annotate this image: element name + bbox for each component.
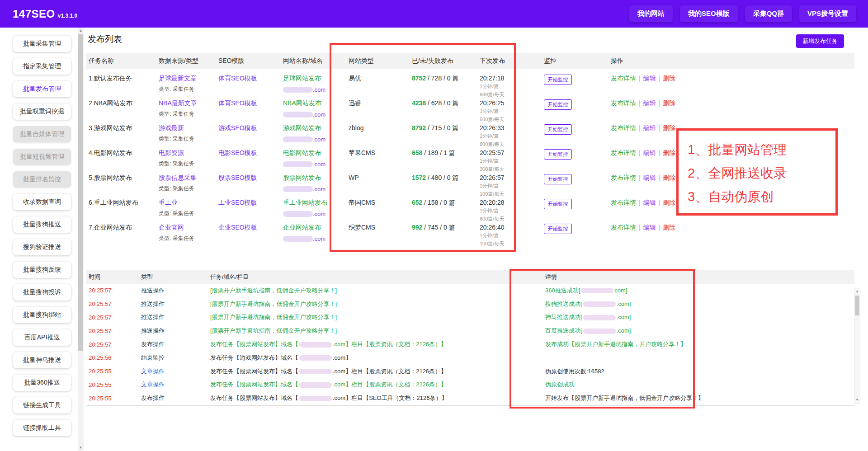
log-scrollbar[interactable]: ▲ ▼ bbox=[854, 288, 860, 404]
site-name: 股票网站发布 bbox=[283, 174, 321, 181]
sidebar-item-batch-publish[interactable]: 批量发布管理 bbox=[13, 81, 71, 97]
edit-link[interactable]: 编辑 bbox=[643, 75, 656, 82]
log-time: 20:25:57 bbox=[86, 287, 138, 294]
data-source-link[interactable]: 股票信息采集 bbox=[159, 174, 197, 181]
delete-link[interactable]: 删除 bbox=[663, 224, 675, 231]
data-source-link[interactable]: 重工业 bbox=[159, 199, 178, 206]
log-type: 推送操作 bbox=[138, 300, 208, 308]
data-source-link[interactable]: 游戏最新 bbox=[159, 124, 184, 132]
redacted-domain bbox=[583, 301, 616, 307]
log-time: 20:25:55 bbox=[86, 381, 138, 388]
scroll-down-icon[interactable]: ▼ bbox=[854, 397, 860, 403]
publish-detail-link[interactable]: 发布详情 bbox=[611, 174, 636, 181]
nav-vps-dial-settings[interactable]: VPS拨号设置 bbox=[799, 5, 856, 22]
start-monitor-button[interactable]: 开始监控 bbox=[544, 124, 572, 135]
sidebar-item-sogou-feedback[interactable]: 批量搜狗反馈 bbox=[13, 262, 71, 278]
publish-detail-link[interactable]: 发布详情 bbox=[611, 75, 636, 82]
sidebar-item-link-fetch[interactable]: 链接抓取工具 bbox=[13, 420, 71, 436]
publish-rate: 1分钟/篇 bbox=[480, 158, 538, 164]
log-row: 20:25:57 推送操作 [股票开户新手避坑指南，低佣金开户攻略分享！] 搜狗… bbox=[86, 297, 854, 311]
add-publish-task-button[interactable]: 新增发布任务 bbox=[796, 34, 844, 48]
site-name: NBA网站发布 bbox=[283, 99, 321, 107]
seo-template-link[interactable]: 电影SEO模板 bbox=[218, 149, 257, 156]
sidebar-item-keyword-mining[interactable]: 批量权重词挖掘 bbox=[13, 103, 71, 120]
publish-detail-link[interactable]: 发布详情 bbox=[611, 99, 636, 107]
next-publish-time: 20:26:40 bbox=[480, 224, 505, 231]
start-monitor-button[interactable]: 开始监控 bbox=[544, 199, 572, 209]
redacted-domain bbox=[299, 342, 332, 348]
publish-detail-link[interactable]: 发布详情 bbox=[611, 124, 636, 132]
log-task: 发布任务【游戏网站发布】域名【.com】 bbox=[208, 354, 542, 362]
edit-link[interactable]: 编辑 bbox=[643, 124, 656, 132]
scrollbar-thumb[interactable] bbox=[78, 34, 83, 351]
delete-link[interactable]: 删除 bbox=[663, 174, 675, 181]
edit-link[interactable]: 编辑 bbox=[643, 224, 656, 231]
publish-detail-link[interactable]: 发布详情 bbox=[611, 224, 636, 231]
sidebar-item-assigned-collect[interactable]: 指定采集管理 bbox=[13, 58, 71, 75]
sidebar-scrollbar[interactable]: ▲ ▼ bbox=[78, 28, 84, 451]
domain-suffix: .com bbox=[313, 161, 326, 168]
seo-template-link[interactable]: 企业SEO模板 bbox=[218, 224, 257, 231]
nav-my-seo-templates[interactable]: 我的SEO模版 bbox=[680, 5, 738, 22]
sidebar-item-sogou-verify-push[interactable]: 搜狗验证推送 bbox=[13, 239, 71, 255]
start-monitor-button[interactable]: 开始监控 bbox=[544, 75, 572, 85]
seo-template-link[interactable]: 股票SEO模版 bbox=[218, 174, 257, 181]
sidebar-item-index-query[interactable]: 收录数据查询 bbox=[13, 194, 71, 210]
sidebar-item-sogou-push[interactable]: 批量搜狗推送 bbox=[13, 216, 71, 233]
scrollbar-thumb[interactable] bbox=[855, 296, 859, 315]
edit-link[interactable]: 编辑 bbox=[643, 99, 656, 107]
sidebar-item-batch-collect[interactable]: 批量采集管理 bbox=[13, 36, 71, 52]
data-source-link[interactable]: NBA最新文章 bbox=[159, 99, 197, 107]
start-monitor-button[interactable]: 开始监控 bbox=[544, 149, 572, 160]
sidebar-item-rank-monitor[interactable]: 批量排名监控 bbox=[13, 171, 71, 188]
log-detail: 神马推送成功[.com] bbox=[542, 313, 854, 321]
delete-link[interactable]: 删除 bbox=[663, 99, 675, 107]
seo-template-link[interactable]: 体育SEO模板 bbox=[218, 75, 257, 82]
log-detail: 伪原创使用次数:16582 bbox=[542, 367, 854, 376]
data-source-link[interactable]: 电影资源 bbox=[159, 149, 184, 156]
data-source-link[interactable]: 企业官网 bbox=[159, 224, 184, 231]
seo-template-link[interactable]: 游戏SEO模板 bbox=[218, 124, 257, 132]
scroll-down-icon[interactable]: ▼ bbox=[78, 445, 84, 451]
publish-rate: 1分钟/篇 bbox=[480, 232, 538, 239]
table-row: 7.企业网站发布 企业官网类型: 采集任务 企业SEO模板 企业网站发布.com… bbox=[86, 218, 854, 243]
sidebar-item-link-generate[interactable]: 链接生成工具 bbox=[13, 397, 71, 413]
start-monitor-button[interactable]: 开始监控 bbox=[544, 174, 572, 184]
nav-my-websites[interactable]: 我的网站 bbox=[629, 5, 673, 22]
scroll-up-icon[interactable]: ▲ bbox=[78, 28, 84, 34]
data-source-link[interactable]: 足球最新文章 bbox=[159, 75, 197, 82]
log-task: 发布任务【股票网站发布】域名【.com】栏目【SEO工具（文档：2126条）】 bbox=[208, 394, 542, 402]
col-site-type: 网站类型 bbox=[346, 57, 409, 65]
sidebar-item-360-push[interactable]: 批量360推送 bbox=[13, 375, 71, 391]
edit-link[interactable]: 编辑 bbox=[643, 174, 656, 181]
next-publish-time: 20:25:57 bbox=[480, 149, 505, 156]
scroll-up-icon[interactable]: ▲ bbox=[854, 288, 860, 295]
publish-detail-link[interactable]: 发布详情 bbox=[611, 149, 636, 156]
redacted-domain bbox=[283, 211, 313, 217]
sidebar-item-baidu-api-push[interactable]: 百度API推送 bbox=[13, 329, 71, 346]
delete-link[interactable]: 删除 bbox=[663, 124, 675, 132]
edit-link[interactable]: 编辑 bbox=[643, 149, 656, 156]
publish-table-header: 任务名称 数据来源/类型 SEO模版 网站名称/域名 网站类型 已/未/失败发布… bbox=[86, 53, 854, 69]
seo-template-link[interactable]: 工业SEO模版 bbox=[218, 199, 257, 206]
start-monitor-button[interactable]: 开始监控 bbox=[544, 224, 572, 234]
source-type: 类型: 采集任务 bbox=[159, 85, 213, 93]
delete-link[interactable]: 删除 bbox=[663, 149, 675, 156]
log-type: 推送操作 bbox=[138, 313, 208, 321]
start-monitor-button[interactable]: 开始监控 bbox=[544, 99, 572, 110]
seo-template-link[interactable]: 体育SEO模板 bbox=[218, 99, 257, 107]
sidebar-item-self-media[interactable]: 批量自媒体管理 bbox=[13, 126, 71, 142]
sidebar-item-shenma-push[interactable]: 批量神马推送 bbox=[13, 352, 71, 368]
publish-detail-link[interactable]: 发布详情 bbox=[611, 199, 636, 206]
annotation-line: 2、全网推送收录 bbox=[688, 161, 835, 185]
sidebar-item-sogou-bind[interactable]: 批量搜狗绑站 bbox=[13, 307, 71, 323]
log-time: 20:25:57 bbox=[86, 301, 138, 307]
delete-link[interactable]: 删除 bbox=[663, 199, 675, 206]
site-name: 游戏网站发布 bbox=[283, 124, 321, 132]
sidebar-item-sogou-complaint[interactable]: 批量搜狗投诉 bbox=[13, 284, 71, 301]
edit-link[interactable]: 编辑 bbox=[643, 199, 656, 206]
delete-link[interactable]: 删除 bbox=[663, 75, 675, 82]
sidebar-item-short-video[interactable]: 批量短视频管理 bbox=[13, 149, 71, 165]
source-type: 类型: 采集任务 bbox=[159, 110, 213, 118]
nav-collect-qq-group[interactable]: 采集QQ群 bbox=[745, 5, 792, 22]
